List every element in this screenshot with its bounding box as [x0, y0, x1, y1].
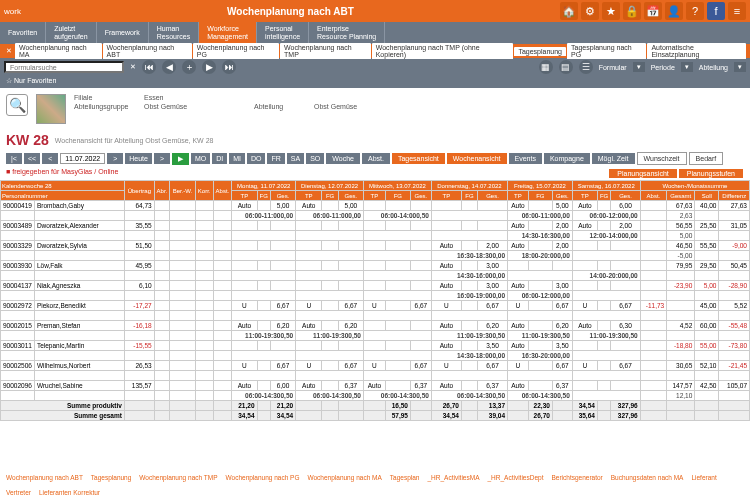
time-cell[interactable] [431, 211, 507, 221]
time-cell[interactable]: 16:30-18:300,00 [431, 251, 507, 261]
cell[interactable] [597, 321, 610, 331]
cell[interactable] [572, 261, 597, 271]
emp-id[interactable]: 90004137 [1, 281, 35, 291]
menu-item[interactable]: EnterpriseResource Planning [309, 22, 385, 44]
cell[interactable]: 6,67 [552, 301, 572, 311]
time-cell[interactable]: 06:00-11:000,00 [508, 211, 573, 221]
facebook-icon[interactable]: f [707, 2, 725, 20]
cell[interactable] [461, 261, 477, 271]
time-cell[interactable]: 16:00-19:000,00 [431, 291, 507, 301]
cell[interactable]: 2,00 [552, 221, 572, 231]
cell[interactable] [410, 201, 431, 211]
cell[interactable]: Auto [431, 241, 461, 251]
cell[interactable] [232, 341, 257, 351]
day-btn[interactable]: DO [247, 153, 266, 164]
cell[interactable]: U [508, 301, 529, 311]
cell[interactable] [461, 281, 477, 291]
view-btn[interactable]: Woche [326, 153, 360, 164]
cell[interactable] [477, 221, 507, 231]
cell[interactable]: U [431, 361, 461, 371]
time-cell[interactable] [364, 351, 432, 361]
day-btn[interactable]: FR [267, 153, 284, 164]
cell[interactable] [611, 261, 640, 271]
time-cell[interactable] [364, 271, 432, 281]
cell[interactable]: 6,67 [477, 361, 507, 371]
tab[interactable]: Wochenplanung nach TMP (ohne Kopieren) [372, 43, 514, 59]
cell[interactable]: 6,67 [477, 301, 507, 311]
time-cell[interactable] [431, 371, 507, 381]
time-cell[interactable]: 14:30-16:300,00 [508, 231, 573, 241]
cell[interactable] [385, 301, 410, 311]
cell[interactable] [296, 221, 322, 231]
cell[interactable]: 2,00 [611, 221, 640, 231]
cell[interactable] [508, 261, 529, 271]
time-cell[interactable] [296, 251, 364, 261]
tab[interactable]: Automatische Einsatzplanung [647, 43, 746, 59]
cell[interactable] [597, 341, 610, 351]
cell[interactable]: Auto [232, 201, 257, 211]
cell[interactable] [364, 261, 386, 271]
favorites-bar[interactable]: ☆ Nur Favoriten [0, 76, 750, 88]
emp-id[interactable]: 90002506 [1, 361, 35, 371]
cell[interactable] [257, 221, 270, 231]
cell[interactable] [338, 341, 363, 351]
cell[interactable]: 3,50 [477, 341, 507, 351]
cell[interactable] [410, 261, 431, 271]
time-cell[interactable]: 06:00-11:000,00 [232, 211, 296, 221]
cell[interactable] [597, 241, 610, 251]
cell[interactable]: Auto [431, 341, 461, 351]
time-cell[interactable] [508, 371, 573, 381]
cell[interactable]: 6,37 [410, 381, 431, 391]
cell[interactable]: 6,20 [552, 321, 572, 331]
time-cell[interactable] [232, 271, 296, 281]
emp-id[interactable]: 90003930 [1, 261, 35, 271]
emp-name[interactable]: Piekorz,Benedikt [34, 301, 124, 311]
cell[interactable] [572, 281, 597, 291]
nav-p[interactable]: < [42, 153, 58, 164]
periode-dd[interactable]: ▾ [681, 62, 693, 72]
view-btn[interactable]: Kompagne [544, 153, 590, 164]
day-btn[interactable]: MO [191, 153, 210, 164]
cell[interactable] [461, 381, 477, 391]
nav-heute[interactable]: Heute [125, 153, 152, 164]
magnify-icon[interactable]: 🔍 [6, 94, 28, 116]
cell[interactable]: 6,00 [270, 381, 295, 391]
home-icon[interactable]: 🏠 [560, 2, 578, 20]
tab-close[interactable]: ✕ [4, 47, 14, 55]
nav-next-icon[interactable]: ▶ [202, 60, 216, 74]
time-cell[interactable]: 16:30-20:000,00 [508, 351, 573, 361]
cell[interactable] [385, 381, 410, 391]
view-btn[interactable]: Events [509, 153, 542, 164]
cell[interactable] [572, 241, 597, 251]
abt-value[interactable]: Obst Gemüse [314, 103, 434, 110]
nav-prev-icon[interactable]: ◀ [162, 60, 176, 74]
cell[interactable] [257, 341, 270, 351]
cell[interactable] [296, 261, 322, 271]
menu-item[interactable]: WorkforceManagement [199, 22, 257, 44]
cell[interactable]: U [431, 301, 461, 311]
cell[interactable]: 6,20 [338, 321, 363, 331]
cell[interactable] [257, 281, 270, 291]
cell[interactable]: 6,20 [477, 321, 507, 331]
cell[interactable] [461, 301, 477, 311]
emp-name[interactable]: Wruchel,Sabine [34, 381, 124, 391]
nav-first-icon[interactable]: ⏮ [142, 60, 156, 74]
cell[interactable] [296, 241, 322, 251]
time-cell[interactable]: 14:30-18:000,00 [431, 351, 507, 361]
time-cell[interactable] [364, 311, 432, 321]
cell[interactable]: Auto [508, 281, 529, 291]
cell[interactable]: Auto [508, 221, 529, 231]
time-cell[interactable]: 14:00-20:000,00 [572, 271, 640, 281]
time-cell[interactable] [296, 231, 364, 241]
cell[interactable] [232, 221, 257, 231]
cell[interactable] [410, 241, 431, 251]
cell[interactable] [322, 261, 338, 271]
time-cell[interactable]: 06:00-14:300,50 [431, 391, 507, 401]
time-cell[interactable]: 14:30-16:000,00 [431, 271, 507, 281]
time-cell[interactable]: 12:00-14:000,00 [572, 231, 640, 241]
cell[interactable] [528, 321, 552, 331]
emp-id[interactable]: 90003489 [1, 221, 35, 231]
time-cell[interactable] [296, 351, 364, 361]
emp-name[interactable]: Dworatzek,Alexander [34, 221, 124, 231]
cell[interactable]: Auto [431, 281, 461, 291]
